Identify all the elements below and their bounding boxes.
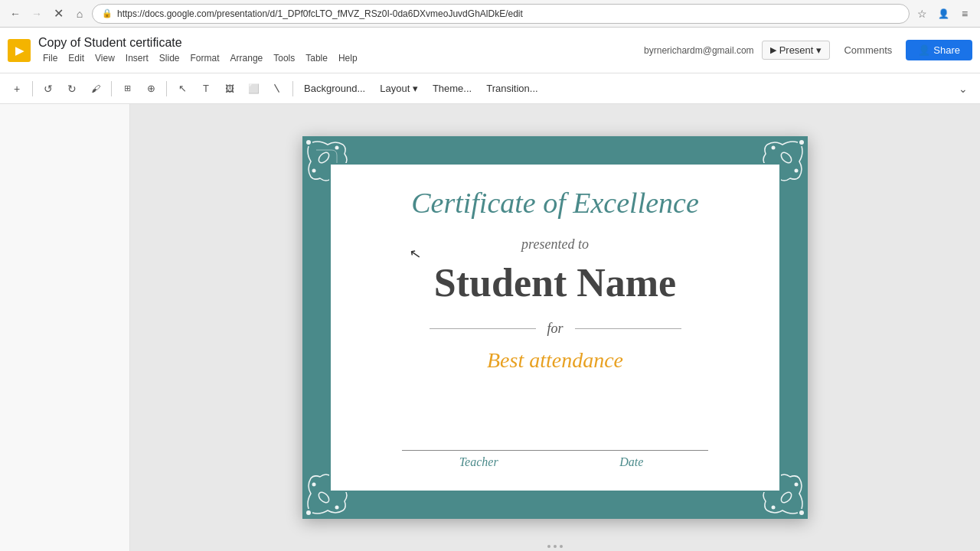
cert-teacher-sig: Teacher xyxy=(402,450,555,469)
cert-date-sig: Date xyxy=(555,450,708,469)
browser-nav-bar: ← → ✕ ⌂ 🔒 https://docs.google.com/presen… xyxy=(0,0,980,28)
shape-tool-button[interactable]: ⬜ xyxy=(243,78,264,99)
home-icon: ⌂ xyxy=(77,8,83,20)
slide-container[interactable]: Certificate of Excellence presented to S… xyxy=(302,136,808,519)
theme-label: Theme... xyxy=(433,83,472,94)
cert-date-line xyxy=(555,450,708,451)
menu-view[interactable]: View xyxy=(90,51,119,65)
toolbar-sep-3 xyxy=(166,81,167,96)
home-button[interactable]: ⌂ xyxy=(70,5,89,23)
cert-for-text: for xyxy=(547,321,564,337)
svg-point-2 xyxy=(335,145,338,149)
present-button[interactable]: ▶ Present ▾ xyxy=(762,41,831,60)
menu-table[interactable]: Table xyxy=(301,51,332,65)
bookmark-button[interactable]: ☆ xyxy=(913,5,931,23)
image-tool-button[interactable]: 🖼 xyxy=(219,78,240,99)
share-icon: 👤 xyxy=(918,44,930,56)
scroll-dot xyxy=(554,545,557,548)
collapse-button[interactable]: ⌄ xyxy=(952,78,974,99)
layout-dropdown[interactable]: Layout ▾ xyxy=(374,78,424,99)
svg-point-14 xyxy=(772,506,776,510)
certificate-slide: Certificate of Excellence presented to S… xyxy=(302,136,808,519)
zoom-fit-button[interactable]: ⊞ xyxy=(116,78,138,99)
present-dropdown-icon: ▾ xyxy=(816,44,822,56)
present-icon: ▶ xyxy=(770,45,776,55)
menu-help[interactable]: Help xyxy=(334,51,362,65)
cert-date-label: Date xyxy=(555,455,708,469)
menu-arrange[interactable]: Arrange xyxy=(226,51,268,65)
redo-button[interactable]: ↻ xyxy=(61,78,83,99)
scroll-dot xyxy=(547,545,550,548)
forward-button[interactable]: → xyxy=(28,5,46,23)
back-icon: ← xyxy=(10,8,21,20)
svg-point-8 xyxy=(306,511,311,516)
line-tool-button[interactable]: / xyxy=(262,73,292,104)
cert-line-right xyxy=(575,328,681,329)
share-button[interactable]: 👤 Share xyxy=(906,40,972,60)
cert-teacher-label: Teacher xyxy=(402,455,555,469)
url-text: https://docs.google.com/presentation/d/1… xyxy=(117,8,523,19)
svg-point-1 xyxy=(316,150,330,164)
svg-point-9 xyxy=(316,491,330,504)
user-email: byrnerichardm@gmail.com xyxy=(644,45,754,56)
add-slide-button[interactable]: + xyxy=(6,78,28,99)
title-bar: ▶ Copy of Student certificate File Edit … xyxy=(0,28,980,73)
refresh-button[interactable]: ✕ xyxy=(49,5,67,23)
svg-point-5 xyxy=(779,150,793,164)
scroll-dot xyxy=(560,545,563,548)
svg-point-0 xyxy=(306,140,311,145)
svg-point-10 xyxy=(335,506,338,510)
toolbar-sep-2 xyxy=(111,81,112,96)
cert-line-left xyxy=(430,328,536,329)
cert-for-line: for xyxy=(430,321,681,337)
canvas-area[interactable]: ↖ xyxy=(130,104,980,551)
transition-dropdown[interactable]: Transition... xyxy=(480,78,544,99)
slides-logo: ▶ xyxy=(8,39,31,62)
menu-bar: File Edit View Insert Slide Format Arran… xyxy=(38,51,644,65)
present-label: Present xyxy=(779,44,814,56)
menu-slide[interactable]: Slide xyxy=(155,51,185,65)
menu-format[interactable]: Format xyxy=(186,51,224,65)
menu-edit[interactable]: Edit xyxy=(64,51,89,65)
logo-icon: ▶ xyxy=(15,44,24,57)
zoom-in-button[interactable]: ⊕ xyxy=(140,78,162,99)
transition-label: Transition... xyxy=(486,83,537,94)
back-button[interactable]: ← xyxy=(6,5,24,23)
title-bar-right: byrnerichardm@gmail.com ▶ Present ▾ Comm… xyxy=(644,40,972,60)
menu-insert[interactable]: Insert xyxy=(121,51,153,65)
text-tool-button[interactable]: T xyxy=(195,78,217,99)
user-icon: 👤 xyxy=(938,8,949,19)
comments-button[interactable]: Comments xyxy=(838,41,898,59)
toolbar-sep-1 xyxy=(32,81,33,96)
scroll-dots xyxy=(547,545,563,548)
user-button[interactable]: 👤 xyxy=(934,5,952,23)
forward-icon: → xyxy=(31,8,42,20)
address-bar[interactable]: 🔒 https://docs.google.com/presentation/d… xyxy=(92,4,910,24)
main-content: ↖ xyxy=(0,104,980,551)
svg-point-4 xyxy=(800,140,805,145)
cert-achievement: Best attendance xyxy=(487,348,623,373)
cert-student-name: Student Name xyxy=(434,260,676,305)
slide-panel xyxy=(0,104,130,551)
svg-point-13 xyxy=(779,491,793,504)
theme-dropdown[interactable]: Theme... xyxy=(426,78,478,99)
undo-button[interactable]: ↺ xyxy=(38,78,59,99)
refresh-icon: ✕ xyxy=(54,6,64,21)
toolbar: + ↺ ↻ 🖌 ⊞ ⊕ ↖ T 🖼 ⬜ / Background... Layo… xyxy=(0,73,980,104)
lock-icon: 🔒 xyxy=(102,8,113,18)
document-title[interactable]: Copy of Student certificate xyxy=(38,36,644,50)
cursor-tool-button[interactable]: ↖ xyxy=(172,78,193,99)
star-icon: ☆ xyxy=(917,8,927,20)
browser-menu-button[interactable]: ≡ xyxy=(956,5,974,23)
svg-point-7 xyxy=(795,168,799,172)
svg-point-12 xyxy=(800,511,805,516)
paint-format-button[interactable]: 🖌 xyxy=(85,78,106,99)
svg-point-15 xyxy=(795,483,799,487)
menu-tools[interactable]: Tools xyxy=(269,51,299,65)
svg-point-3 xyxy=(312,168,315,172)
slides-app: ▶ Copy of Student certificate File Edit … xyxy=(0,28,980,551)
background-label: Background... xyxy=(304,83,365,94)
svg-point-6 xyxy=(772,145,776,149)
background-dropdown[interactable]: Background... xyxy=(298,78,371,99)
menu-file[interactable]: File xyxy=(38,51,62,65)
